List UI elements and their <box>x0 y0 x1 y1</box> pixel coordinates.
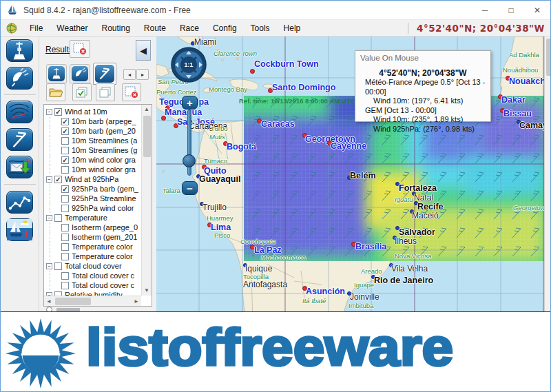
satellite-tab[interactable] <box>70 64 90 83</box>
layer-checkbox[interactable] <box>61 195 69 203</box>
menu-config[interactable]: Config <box>206 21 244 35</box>
scroll-down-icon[interactable]: ▼ <box>142 286 152 296</box>
tree-item[interactable]: −✓Wind at 925hPa <box>44 174 141 184</box>
open-grib-button[interactable] <box>46 83 65 101</box>
tree-item[interactable]: −✓Wind at 10m <box>44 107 141 116</box>
expander-icon[interactable]: − <box>46 109 52 115</box>
tree-item[interactable]: 10m Streamlines (g <box>44 145 141 155</box>
tree-connector <box>50 203 61 213</box>
scroll-left-icon[interactable]: ◄ <box>44 296 54 306</box>
tree-item[interactable]: 925hPa Streamline <box>44 194 141 203</box>
menu-weather[interactable]: Weather <box>50 21 94 35</box>
menu-routing[interactable]: Routing <box>94 21 136 35</box>
wind-barb-tab[interactable] <box>93 63 116 85</box>
check-all-button[interactable] <box>72 83 92 101</box>
scroll-thumb[interactable] <box>55 298 91 305</box>
menu-help[interactable]: Help <box>277 21 308 35</box>
map-compass-control[interactable]: 1:1 <box>171 47 207 83</box>
tree-item[interactable]: Total cloud cover c <box>44 280 141 290</box>
tree-item[interactable]: 925hPa wind color <box>44 203 141 213</box>
scroll-thumb[interactable] <box>143 116 151 157</box>
city-label: Nouakchott <box>509 77 544 86</box>
tree-item[interactable]: Isotherm (gem_201 <box>44 232 141 242</box>
zoom-slider-handle[interactable] <box>183 154 196 167</box>
tree-item[interactable]: ✓10m barb (arpege_ <box>44 116 141 126</box>
tree-item[interactable]: 10m wind color gra <box>44 165 141 174</box>
layer-checkbox[interactable]: ✓ <box>54 176 62 183</box>
route-tool-button[interactable] <box>6 191 33 214</box>
check-all-icon <box>74 86 90 99</box>
tab-scroll-right-button[interactable]: ▸ <box>136 69 149 80</box>
tree-item[interactable]: 10m Streamlines (a <box>44 136 141 145</box>
tree-item[interactable]: −Total cloud cover <box>44 261 141 271</box>
layer-checkbox[interactable] <box>54 214 62 222</box>
collapse-panel-button[interactable]: ◀ <box>136 40 151 61</box>
city-label: Joinville <box>350 293 380 301</box>
tree-item[interactable]: ✓10m wind color gra <box>44 155 141 165</box>
tree-connector <box>50 116 61 126</box>
tree-item[interactable]: −Temperature <box>44 213 141 223</box>
results-link[interactable]: Results <box>45 45 73 54</box>
title-bar[interactable]: Squid 8.4.2 - rajan@listoffreeware.com -… <box>1 1 550 20</box>
synoptic-map-tool-button[interactable] <box>6 101 33 123</box>
layer-checkbox[interactable] <box>54 262 62 270</box>
sailboat-app-icon <box>7 5 18 16</box>
scroll-right-icon[interactable]: ► <box>132 296 141 306</box>
sail-weather-tool-button[interactable] <box>6 218 33 241</box>
layer-checkbox[interactable] <box>61 137 69 145</box>
menu-race[interactable]: Race <box>173 21 206 35</box>
close-button[interactable]: ✕ <box>524 1 550 20</box>
menu-tools[interactable]: Tools <box>244 21 277 35</box>
tree-horizontal-scrollbar[interactable]: ◄ ► <box>44 296 141 306</box>
layer-checkbox[interactable]: ✓ <box>54 108 62 116</box>
clear-results-button[interactable] <box>70 40 90 58</box>
layer-label: 10m barb (gem_20 <box>72 127 136 135</box>
ref-time-label: Ref. time: 10/13/2016 8:00:00 AM UTC <box>239 97 355 105</box>
tree-item[interactable]: −Relative humidity <box>44 290 141 296</box>
city-label: Lima <box>211 223 231 232</box>
layer-checkbox[interactable] <box>61 166 69 174</box>
satellite-tool-button[interactable] <box>6 67 33 90</box>
uncheck-all-button[interactable] <box>96 83 115 101</box>
layer-checkbox[interactable] <box>61 224 69 231</box>
layer-checkbox[interactable] <box>61 282 69 289</box>
layer-checkbox[interactable]: ✓ <box>61 185 69 193</box>
tree-item[interactable]: ✓10m barb (gem_20 <box>44 126 141 136</box>
minimize-button[interactable]: ─ <box>472 1 498 20</box>
expander-icon[interactable]: − <box>46 263 52 269</box>
layer-checkbox[interactable] <box>61 147 69 154</box>
maximize-button[interactable]: □ <box>498 1 524 20</box>
menu-route[interactable]: Route <box>137 21 173 35</box>
remove-layers-button[interactable] <box>122 83 141 101</box>
tree-item[interactable]: ✓925hPa barb (gem_ <box>44 184 141 194</box>
layer-checkbox[interactable] <box>61 205 69 212</box>
layer-checkbox[interactable] <box>61 243 69 251</box>
zoom-in-button[interactable]: + <box>182 96 198 110</box>
layer-checkbox[interactable]: ✓ <box>61 118 69 125</box>
layer-checkbox[interactable] <box>61 234 69 241</box>
mouse-coordinates: 4°52'40"N; 20°04'38"W <box>408 23 549 34</box>
menu-file[interactable]: File <box>23 21 50 35</box>
scroll-thumb[interactable] <box>546 39 551 76</box>
city-label: Conchopata <box>240 238 276 245</box>
tree-item[interactable]: Temperature color <box>44 251 141 261</box>
wind-barb-tool-button[interactable] <box>6 128 33 151</box>
layer-checkbox[interactable] <box>61 253 69 260</box>
layer-checkbox[interactable]: ✓ <box>61 127 69 135</box>
expander-icon[interactable]: − <box>46 176 52 183</box>
layer-checkbox[interactable]: ✓ <box>61 156 69 164</box>
grib-mail-tool-button[interactable] <box>6 156 33 178</box>
tree-item[interactable]: Total cloud cover c <box>44 271 141 280</box>
buoy-tab[interactable] <box>46 64 67 83</box>
tab-scroll-left-button[interactable]: ◂ <box>123 69 136 80</box>
scroll-up-icon[interactable]: ▲ <box>142 105 152 114</box>
zoom-ratio-label: 1:1 <box>184 61 193 68</box>
zoom-out-button[interactable]: − <box>182 181 198 195</box>
tree-item[interactable]: Isotherm (arpege_0 <box>44 223 141 232</box>
tree-item[interactable]: Temperature color <box>44 242 141 251</box>
layer-checkbox[interactable] <box>61 272 69 280</box>
city-label: Natal <box>414 194 433 202</box>
tree-vertical-scrollbar[interactable]: ▲ ▼ <box>141 105 152 296</box>
buoy-tool-button[interactable] <box>6 39 33 62</box>
expander-icon[interactable]: − <box>46 215 52 221</box>
